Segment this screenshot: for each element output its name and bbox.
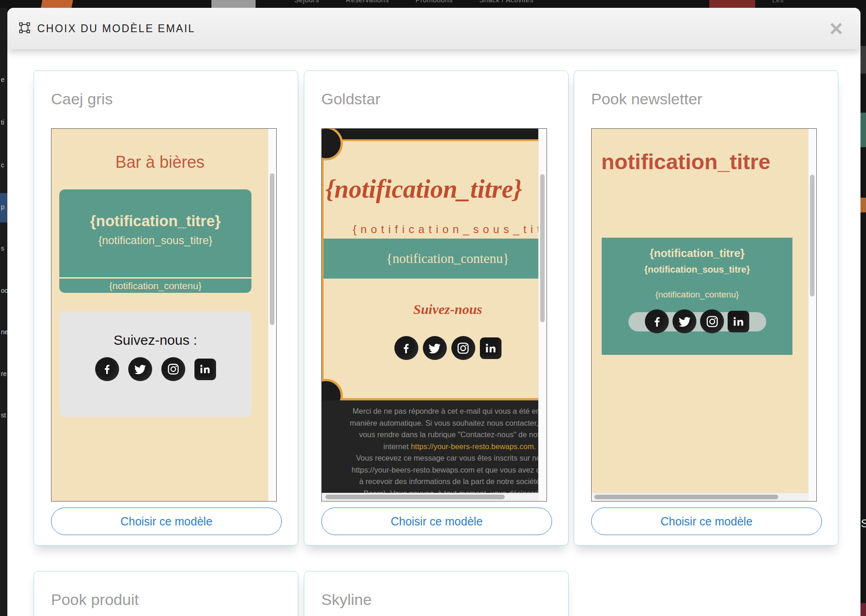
background-nav-fragment-right: Les (772, 0, 783, 4)
footer-line: manière automatique. Si vous souhaitez n… (322, 417, 547, 429)
notification-titre: {notification_titre} (59, 212, 251, 230)
background-left-letter-fragment: p (1, 203, 5, 211)
social-block: Suivez-nous : (59, 311, 251, 417)
template-card-pook-newsletter: Pook newsletter notification_titre {noti… (574, 70, 838, 546)
background-right-edge: S (860, 8, 866, 616)
template-card-pook-produit: Pook produit (34, 571, 298, 616)
facebook-icon (645, 309, 669, 333)
template-card-caej-gris: Caej gris Bar à bières {notification_tit… (34, 70, 298, 546)
footer-line: https://your-beers-resto.bewaps.com et q… (322, 464, 547, 476)
twitter-icon (423, 336, 447, 360)
notification-titre: {notification_titre} (602, 247, 792, 260)
notification-sous-titre: {notification_sous_titre} (602, 264, 792, 275)
preview-horizontal-scrollbar[interactable] (592, 493, 809, 501)
notification-sous-titre: {notification_sous_titre} (324, 223, 547, 236)
choose-template-button[interactable]: Choisir ce modèle (591, 508, 822, 535)
template-preview-goldstar[interactable]: {notification_titre} {notification_sous_… (321, 128, 547, 502)
notification-contenu: {notification_contenu} (602, 290, 792, 300)
background-left-letter-fragment: ne (1, 328, 7, 336)
modal-title: CHOIX DU MODÈLE EMAIL (37, 23, 195, 35)
notification-contenu: {notification_contenu} (59, 279, 251, 293)
notification-block: {notification_titre} {notification_sous_… (602, 238, 792, 355)
close-icon[interactable]: × (824, 16, 849, 41)
scrollbar-corner (809, 493, 816, 501)
preview-vertical-scrollbar[interactable] (808, 129, 816, 501)
email-top-bar (322, 129, 547, 139)
follow-us-label: Suivez-nous : (59, 332, 251, 348)
notification-titre: {notification_titre} (325, 174, 522, 204)
choose-template-button[interactable]: Choisir ce modèle (321, 508, 552, 535)
template-card-goldstar: Goldstar {notification_titre} {notificat… (304, 70, 569, 546)
artboard-icon (18, 22, 31, 36)
template-name: Goldstar (321, 90, 381, 108)
background-left-letter-fragment: s (1, 245, 4, 252)
email-brand-title: Bar à bières (51, 153, 268, 172)
template-name: Pook produit (51, 591, 139, 609)
template-card-skyline: Skyline (304, 571, 569, 616)
parchment-block: {notification_titre} {notification_sous_… (322, 139, 547, 400)
email-preview-content: {notification_titre} {notification_sous_… (322, 129, 547, 501)
background-gray-fragment (211, 0, 256, 8)
email-template-modal: CHOIX DU MODÈLE EMAIL × Caej gris Bar à … (7, 8, 860, 616)
notification-contenu-band: {notification_contenu} (324, 239, 547, 279)
background-left-letter-fragment: re (1, 370, 6, 377)
template-name: Skyline (321, 591, 372, 609)
instagram-icon (451, 336, 475, 360)
background-right-gray-band (860, 46, 866, 74)
preview-horizontal-scrollbar[interactable] (322, 493, 539, 501)
background-right-maroon-band (860, 603, 866, 616)
facebook-icon (95, 357, 119, 381)
notification-sous-titre: {notification_sous_titre} (59, 234, 251, 247)
notification-contenu: {notification_contenu} (324, 239, 547, 266)
background-left-letter-fragment: c (1, 161, 4, 169)
preview-vertical-scrollbar[interactable] (268, 129, 276, 501)
follow-us-label: Suivez-nous (324, 302, 547, 317)
background-right-orange-band (860, 198, 866, 212)
footer-line: Merci de ne pas répondre à cet e-mail qu… (322, 405, 547, 417)
instagram-icon (700, 309, 724, 333)
footer-line: Vous recevez ce message car vous êtes in… (322, 452, 547, 464)
background-logo-fragment (40, 0, 74, 8)
choose-template-button[interactable]: Choisir ce modèle (51, 508, 282, 535)
notification-block: {notification_titre} {notification_sous_… (59, 189, 251, 277)
footer-line: à recevoir des informations de la part d… (322, 476, 547, 488)
background-red-fragment (709, 0, 755, 8)
notification-titre-heading: notification_titre (601, 149, 770, 174)
template-preview-pook-newsletter[interactable]: notification_titre {notification_titre} … (591, 128, 817, 502)
background-left-letter-fragment: st (1, 411, 6, 419)
instagram-icon (161, 357, 185, 381)
linkedin-icon (194, 359, 216, 380)
background-left-letter-fragment: e (1, 76, 5, 83)
background-left-letter-fragment: ti (1, 119, 4, 126)
footer-link[interactable]: https://your-beers-resto.bewaps.com (411, 442, 534, 451)
linkedin-icon (728, 311, 749, 332)
background-right-letter: S (861, 517, 866, 530)
facebook-icon (394, 336, 418, 360)
email-footer-text: Merci de ne pas répondre à cet e-mail qu… (322, 400, 547, 501)
template-preview-caej-gris[interactable]: Bar à bières {notification_titre} {notif… (51, 128, 277, 502)
linkedin-icon (480, 337, 501, 359)
background-right-teal-band (860, 113, 866, 147)
template-name: Caej gris (51, 90, 113, 108)
corner-ornament-icon (321, 128, 343, 160)
preview-vertical-scrollbar[interactable] (538, 129, 547, 501)
template-name: Pook newsletter (591, 90, 702, 108)
background-nav-fragments: SéjoursRéservationsPromotionsSnack / Act… (294, 0, 560, 4)
background-top-nav: SéjoursRéservationsPromotionsSnack / Act… (0, 0, 866, 8)
twitter-icon (128, 357, 152, 381)
email-preview-content: Bar à bières {notification_titre} {notif… (51, 129, 268, 501)
footer-line: vous rendre dans la rubrique "Contactez-… (322, 429, 547, 441)
footer-link-line: internet https://your-beers-resto.bewaps… (322, 441, 547, 453)
twitter-icon (672, 309, 696, 333)
email-preview-content: notification_titre {notification_titre} … (592, 129, 809, 501)
scrollbar-corner (539, 493, 547, 501)
background-left-edge: eticpsoonerest (0, 8, 7, 616)
background-left-letter-fragment: oo (1, 287, 7, 294)
modal-header: CHOIX DU MODÈLE EMAIL × (7, 8, 860, 49)
